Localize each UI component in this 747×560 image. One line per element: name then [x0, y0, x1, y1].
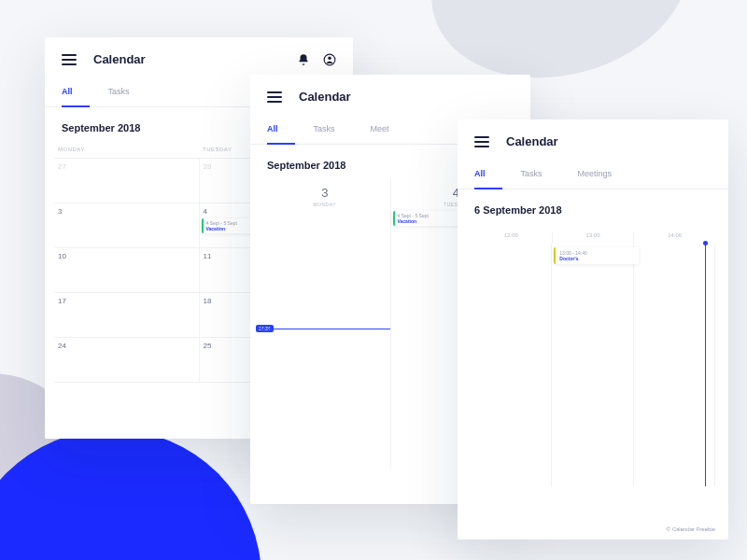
- app-title: Calendar: [299, 90, 351, 104]
- tab-meetings[interactable]: Meet: [371, 117, 406, 144]
- time-col: 12:00: [471, 232, 553, 244]
- hour-col[interactable]: [634, 244, 715, 486]
- now-line: [260, 329, 390, 329]
- week-day-col[interactable]: 14:34: [260, 207, 391, 469]
- tab-tasks[interactable]: Tasks: [521, 161, 559, 189]
- app-title: Calendar: [506, 134, 558, 148]
- hour-col[interactable]: 13:00 - 14:40 Doctor's: [552, 244, 633, 486]
- tab-all[interactable]: All: [62, 79, 90, 107]
- header: Calendar: [250, 75, 530, 113]
- tab-all[interactable]: All: [474, 161, 502, 189]
- tab-meetings[interactable]: Meetings: [578, 161, 629, 189]
- time-col: 13:00: [553, 232, 635, 244]
- day-header: MONDAY: [54, 141, 199, 158]
- bell-icon[interactable]: [297, 53, 310, 66]
- user-icon[interactable]: [323, 53, 336, 66]
- footer-text: © Calendar Freebie: [667, 526, 715, 532]
- menu-icon[interactable]: [267, 91, 282, 103]
- week-col-header[interactable]: 3 MONDAY: [260, 178, 391, 207]
- now-indicator: [705, 244, 706, 486]
- time-header: 12:00 13:00 14:00: [458, 223, 728, 244]
- tab-tasks[interactable]: Tasks: [108, 79, 147, 106]
- calendar-day-panel: Calendar All Tasks Meetings 6 September …: [458, 119, 728, 539]
- tab-all[interactable]: All: [267, 117, 295, 145]
- event-doctors[interactable]: 13:00 - 14:40 Doctor's: [554, 247, 638, 264]
- date-label: 6 September 2018: [458, 189, 728, 223]
- header: Calendar: [45, 37, 353, 76]
- svg-point-1: [328, 56, 331, 60]
- day-cell[interactable]: 17: [54, 293, 200, 337]
- tab-tasks[interactable]: Tasks: [314, 117, 352, 144]
- day-body: 13:00 - 14:40 Doctor's: [458, 244, 728, 486]
- header: Calendar: [458, 119, 728, 158]
- tabs: All Tasks Meetings: [458, 158, 728, 189]
- bg-shape-blue: [0, 429, 261, 560]
- day-cell[interactable]: 24: [54, 338, 200, 382]
- day-cell[interactable]: 3: [54, 203, 200, 247]
- menu-icon[interactable]: [474, 136, 489, 147]
- day-cell[interactable]: 27: [54, 159, 200, 203]
- app-title: Calendar: [93, 52, 146, 66]
- menu-icon[interactable]: [62, 54, 77, 65]
- hour-col[interactable]: [471, 244, 552, 486]
- day-cell[interactable]: 10: [54, 248, 200, 292]
